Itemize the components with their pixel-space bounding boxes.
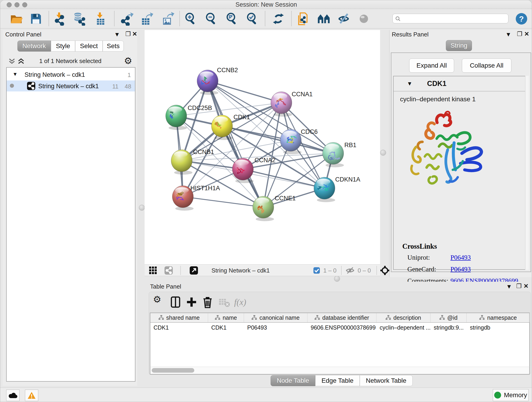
search-input[interactable] bbox=[393, 14, 508, 23]
clone-network-button[interactable] bbox=[297, 12, 310, 26]
export-image-button[interactable] bbox=[161, 12, 174, 26]
detach-view-icon[interactable] bbox=[190, 266, 198, 275]
protein-header-row[interactable]: ▼ CDK1 bbox=[394, 76, 525, 91]
export-table-button[interactable] bbox=[139, 12, 153, 26]
export-network-button[interactable] bbox=[120, 12, 133, 26]
crosslink-link[interactable]: P06493 bbox=[450, 265, 471, 273]
table-options-gear-icon[interactable]: ⚙ bbox=[153, 295, 166, 307]
column-type-icon bbox=[252, 315, 257, 320]
expand-all-button[interactable]: Expand All bbox=[409, 58, 454, 73]
zoom-selected-button[interactable] bbox=[245, 12, 259, 26]
show-all-button[interactable] bbox=[357, 12, 371, 26]
warning-icon bbox=[27, 391, 36, 399]
tab-network-table[interactable]: Network Table bbox=[360, 375, 413, 386]
results-panel-float-icon[interactable]: ❐ bbox=[517, 31, 522, 38]
protein-collapse-icon[interactable]: ▼ bbox=[407, 80, 412, 87]
crosslink-link[interactable]: P06493 bbox=[450, 254, 471, 261]
network-row-selected[interactable]: String Network – cdk1 11 48 bbox=[7, 80, 135, 91]
network-view-icon[interactable] bbox=[164, 266, 173, 275]
node-label: CCNB1 bbox=[193, 148, 214, 155]
import-table-button[interactable] bbox=[94, 12, 107, 26]
network-node-hist1h1a[interactable]: HIST1H1A bbox=[172, 185, 220, 211]
table-hscrollbar-thumb[interactable] bbox=[152, 368, 194, 373]
collection-expand-icon[interactable]: ▼ bbox=[13, 71, 18, 77]
delete-column-icon[interactable] bbox=[201, 296, 214, 308]
right-splitter-handle[interactable] bbox=[380, 150, 386, 156]
network-node-ccnb2[interactable]: CCNB2 bbox=[197, 67, 238, 95]
network-node-ccna2[interactable]: CCNA2 bbox=[232, 157, 276, 183]
column-header-database-identifier[interactable]: database identifier bbox=[307, 313, 376, 322]
node-count: 11 bbox=[112, 83, 119, 90]
network-node-rb1[interactable]: RB1 bbox=[323, 142, 356, 167]
table-cell[interactable]: stringdb:9... bbox=[431, 323, 467, 332]
svg-text:?: ? bbox=[519, 14, 524, 23]
main-toolbar: ? bbox=[0, 9, 532, 28]
add-column-icon[interactable] bbox=[185, 296, 198, 308]
first-neighbors-button[interactable] bbox=[317, 12, 331, 26]
results-scrollbar[interactable] bbox=[525, 76, 529, 270]
column-header--id[interactable]: @id bbox=[431, 313, 467, 322]
tab-select[interactable]: Select bbox=[75, 41, 103, 51]
control-panel-close-icon[interactable]: ✕ bbox=[132, 31, 137, 38]
grid-view-icon[interactable] bbox=[149, 266, 157, 275]
network-node-cdkn1a[interactable]: CDKN1A bbox=[314, 176, 360, 202]
zoom-fit-button[interactable] bbox=[225, 12, 239, 26]
network-canvas[interactable]: CCNB2CCNA1CDC25BCDK1CDC6RB1CCNB1CCNA2CDK… bbox=[145, 30, 380, 264]
bottom-splitter-handle[interactable] bbox=[334, 276, 340, 282]
cloud-button[interactable] bbox=[6, 390, 19, 401]
tab-edge-table[interactable]: Edge Table bbox=[315, 375, 360, 386]
hide-selected-button[interactable] bbox=[337, 12, 351, 26]
save-session-button[interactable] bbox=[29, 12, 43, 26]
control-panel-float-icon[interactable]: ❐ bbox=[125, 31, 131, 38]
zoom-in-button[interactable] bbox=[184, 12, 197, 26]
table-cell[interactable]: P06493 bbox=[244, 323, 307, 332]
table-row[interactable]: CDK1CDK1P064939606.ENSP00000378699cyclin… bbox=[150, 323, 529, 332]
tab-node-table[interactable]: Node Table bbox=[271, 375, 315, 386]
network-collection-row[interactable]: ▼ String Network – cdk1 1 bbox=[7, 70, 135, 80]
results-panel-close-icon[interactable]: ✕ bbox=[524, 31, 529, 38]
results-panel-menu-icon[interactable]: ▼ bbox=[505, 31, 511, 38]
table-hscrollbar[interactable] bbox=[150, 367, 530, 375]
tab-network[interactable]: Network bbox=[17, 41, 51, 51]
network-edge[interactable] bbox=[183, 197, 263, 207]
tab-string[interactable]: String bbox=[446, 40, 472, 51]
column-header-description[interactable]: description bbox=[376, 313, 431, 322]
show-columns-icon[interactable] bbox=[169, 296, 182, 308]
network-edge[interactable] bbox=[208, 81, 281, 103]
network-options-gear-icon[interactable]: ⚙ bbox=[124, 56, 132, 65]
import-network-file-button[interactable] bbox=[53, 12, 66, 26]
selected-checkbox-icon[interactable] bbox=[313, 267, 320, 274]
tab-style[interactable]: Style bbox=[51, 41, 75, 51]
column-header-namespace[interactable]: namespace bbox=[467, 313, 530, 322]
column-header-shared-name[interactable]: shared name bbox=[150, 313, 208, 322]
tab-sets[interactable]: Sets bbox=[103, 41, 124, 51]
network-edge[interactable] bbox=[243, 169, 324, 188]
table-cell[interactable]: 9606.ENSP00000378699 bbox=[307, 323, 376, 332]
table-panel-close-icon[interactable]: ✕ bbox=[524, 283, 529, 290]
function-builder-icon[interactable]: f(x) bbox=[234, 297, 256, 310]
zoom-out-button[interactable] bbox=[204, 12, 218, 26]
help-button[interactable]: ? bbox=[515, 12, 528, 25]
table-cell[interactable]: cyclin–dependent ... bbox=[376, 323, 431, 332]
table-cell[interactable]: stringdb bbox=[467, 323, 530, 332]
control-panel-menu-icon[interactable]: ▼ bbox=[114, 31, 120, 38]
memory-button[interactable]: Memory bbox=[493, 389, 529, 401]
warning-button[interactable] bbox=[25, 390, 38, 401]
protein-card: ▼ CDK1 cyclin–dependent kinase 1 bbox=[393, 76, 529, 270]
column-type-icon bbox=[215, 315, 220, 320]
open-file-button[interactable] bbox=[9, 12, 23, 26]
delete-table-icon[interactable] bbox=[218, 296, 230, 308]
column-header-canonical-name[interactable]: canonical name bbox=[244, 313, 307, 322]
refresh-button[interactable] bbox=[272, 12, 285, 26]
network-node-cdk1[interactable]: CDK1 bbox=[211, 114, 250, 140]
table-panel-float-icon[interactable]: ❐ bbox=[516, 283, 521, 290]
import-network-database-button[interactable] bbox=[72, 12, 86, 26]
table-cell[interactable]: CDK1 bbox=[150, 323, 208, 332]
table-cell[interactable]: CDK1 bbox=[208, 323, 244, 332]
control-panel-title: Control Panel bbox=[5, 31, 41, 38]
column-header-name[interactable]: name bbox=[208, 313, 244, 322]
table-panel-menu-icon[interactable]: ▼ bbox=[506, 283, 512, 290]
birdseye-crosshair-icon[interactable] bbox=[380, 266, 390, 275]
collapse-all-button[interactable]: Collapse All bbox=[462, 58, 511, 73]
left-splitter-handle[interactable] bbox=[139, 205, 145, 211]
